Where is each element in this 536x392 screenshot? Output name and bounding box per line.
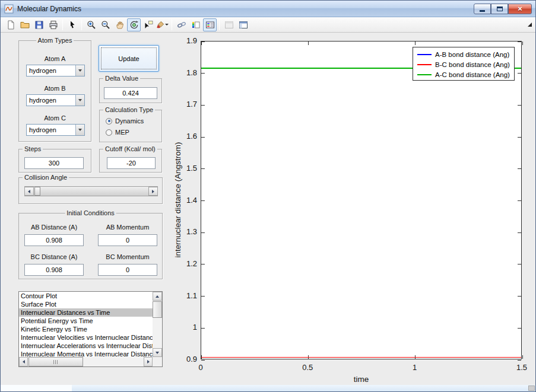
ab-distance-label: AB Distance (A) <box>24 224 84 231</box>
dynamics-radio[interactable]: Dynamics <box>106 117 144 125</box>
slider-thumb[interactable] <box>34 187 40 196</box>
y-tick-label: 1.9 <box>171 36 197 46</box>
open-file-icon[interactable] <box>18 18 31 31</box>
x-axis-label: time <box>201 375 522 384</box>
save-figure-icon[interactable] <box>32 18 46 31</box>
slider-left-arrow-icon[interactable] <box>24 187 34 196</box>
print-figure-icon[interactable] <box>46 18 60 31</box>
new-figure-icon[interactable] <box>4 18 17 31</box>
y-tick-mark <box>518 232 521 233</box>
mep-radio[interactable]: MEP <box>106 129 129 136</box>
frame-highlight <box>1 385 72 391</box>
radio-icon[interactable] <box>106 129 112 136</box>
plot-axes[interactable] <box>201 41 522 359</box>
y-tick-mark <box>518 168 521 169</box>
dynamics-radio-label: Dynamics <box>115 117 144 125</box>
plot-type-listbox[interactable]: Contour Plot Surface Plot Internuclear D… <box>18 291 163 367</box>
y-tick-mark <box>201 73 205 74</box>
brush-data-icon[interactable] <box>156 18 169 31</box>
chevron-down-icon[interactable] <box>75 65 84 76</box>
delta-value-field[interactable]: 0.424 <box>104 87 157 99</box>
calculation-type-title: Calculation Type <box>103 106 155 114</box>
cutoff-field[interactable]: -20 <box>107 157 156 169</box>
scroll-right-icon[interactable] <box>144 357 153 366</box>
resize-grip[interactable] <box>528 385 535 391</box>
window-frame-bottom <box>1 385 535 391</box>
vertical-scrollbar[interactable] <box>153 292 162 357</box>
list-item[interactable]: Internuclear Velocities vs Internuclear … <box>19 333 153 342</box>
list-item[interactable]: Internuclear Momenta vs Internuclear Dis… <box>19 350 153 357</box>
atom-types-title: Atom Types <box>36 36 74 44</box>
y-tick-label: 1.4 <box>171 196 197 205</box>
rotate-3d-icon[interactable] <box>127 18 141 31</box>
scroll-down-icon[interactable] <box>153 348 162 357</box>
list-item[interactable]: Contour Plot <box>19 292 153 300</box>
y-tick-mark <box>518 328 521 329</box>
bc-distance-field[interactable]: 0.908 <box>24 264 84 276</box>
plot-legend[interactable]: A-B bond distance (Ang) B-C bond distanc… <box>413 47 515 81</box>
y-tick-mark <box>201 264 205 264</box>
insert-legend-icon[interactable] <box>203 18 217 31</box>
link-plot-icon[interactable] <box>175 18 188 31</box>
steps-field[interactable]: 300 <box>24 157 84 169</box>
chevron-down-icon[interactable] <box>75 125 84 135</box>
slider-right-arrow-icon[interactable] <box>148 187 158 196</box>
ab-momentum-field[interactable]: 0 <box>98 234 157 246</box>
hide-plot-tools-icon[interactable] <box>222 18 236 31</box>
horizontal-scroll-thumb[interactable] <box>28 357 83 366</box>
atom-c-label: Atom C <box>19 114 91 122</box>
atom-a-dropdown[interactable]: hydrogen <box>26 65 85 77</box>
pan-hand-icon[interactable] <box>113 18 126 31</box>
show-plot-tools-icon[interactable] <box>236 18 250 31</box>
edit-pointer-icon[interactable] <box>65 18 79 31</box>
scroll-left-icon[interactable] <box>19 357 28 366</box>
y-tick-mark <box>201 105 205 106</box>
legend-swatch-1 <box>417 64 432 65</box>
y-tick-label: 1.6 <box>171 132 197 141</box>
collision-angle-title: Collision Angle <box>23 173 69 181</box>
insert-colorbar-icon[interactable] <box>189 18 202 31</box>
list-item[interactable]: Internuclear Accelerations vs Internucle… <box>19 342 153 350</box>
legend-label: B-C bond distance (Ang) <box>435 61 510 68</box>
delta-value-title: Delta Value <box>103 74 140 82</box>
y-tick-mark <box>518 105 521 106</box>
horizontal-scrollbar[interactable] <box>19 357 153 366</box>
bc-distance-label: BC Distance (A) <box>24 253 84 260</box>
dock-figure-icon[interactable] <box>528 23 532 27</box>
ab-distance-field[interactable]: 0.908 <box>24 234 84 246</box>
close-button[interactable]: × <box>508 4 532 14</box>
x-tick-mark <box>201 42 202 45</box>
title-bar[interactable]: Molecular Dynamics × <box>1 1 535 17</box>
chevron-down-icon[interactable] <box>75 95 84 106</box>
zoom-in-icon[interactable] <box>84 18 98 31</box>
y-tick-mark <box>201 42 205 42</box>
scroll-up-icon[interactable] <box>153 292 162 301</box>
atom-b-dropdown[interactable]: hydrogen <box>26 94 85 106</box>
list-item[interactable]: Kinetic Energy vs Time <box>19 325 153 333</box>
x-tick-label: 0 <box>188 363 214 372</box>
window-title: Molecular Dynamics <box>17 5 81 13</box>
vertical-scroll-thumb[interactable] <box>153 301 162 318</box>
list-item[interactable]: Potential Energy vs Time <box>19 317 153 325</box>
listbox-viewport: Contour Plot Surface Plot Internuclear D… <box>19 292 153 357</box>
update-button[interactable]: Update <box>99 45 159 72</box>
toolbar-separator <box>81 19 82 30</box>
initial-conditions-title: Initial Conditions <box>65 209 116 217</box>
radio-icon[interactable] <box>106 118 112 125</box>
bc-momentum-field[interactable]: 0 <box>98 264 157 276</box>
atom-a-label: Atom A <box>19 55 91 62</box>
zoom-out-icon[interactable] <box>99 18 112 31</box>
list-item[interactable]: Surface Plot <box>19 300 153 308</box>
legend-swatch-2 <box>417 74 432 75</box>
data-cursor-icon[interactable] <box>141 18 155 31</box>
legend-label: A-C bond distance (Ang) <box>435 71 510 78</box>
minimize-button[interactable] <box>474 4 491 14</box>
maximize-button[interactable] <box>491 4 508 14</box>
x-tick-label: 0.5 <box>294 363 321 372</box>
y-tick-mark <box>201 137 205 138</box>
y-tick-mark <box>518 73 521 74</box>
x-tick-label: 1.5 <box>509 363 535 372</box>
list-item[interactable]: Internuclear Distances vs Time <box>19 308 153 317</box>
collision-angle-slider[interactable] <box>24 186 158 196</box>
atom-c-dropdown[interactable]: hydrogen <box>26 124 85 136</box>
